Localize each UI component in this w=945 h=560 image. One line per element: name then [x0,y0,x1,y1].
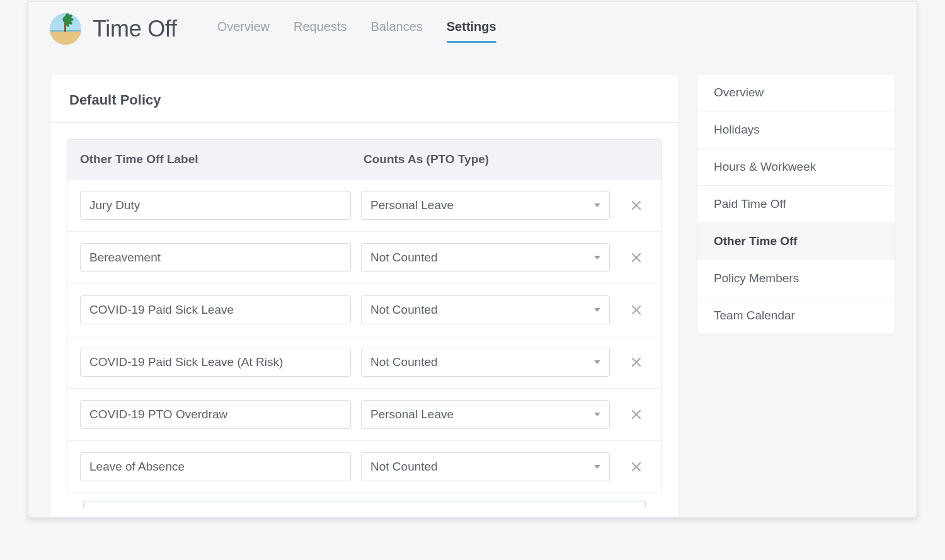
close-icon [631,461,642,472]
remove-row-button[interactable] [624,409,649,420]
sidebar-item-other-time-off[interactable]: Other Time Off [697,223,895,260]
sidebar-item-hours-workweek[interactable]: Hours & Workweek [697,149,895,186]
partial-next-row [83,501,646,507]
sidebar-item-policy-members[interactable]: Policy Members [697,260,895,297]
chevron-down-icon [594,413,600,416]
select-value: Not Counted [370,303,438,317]
app-frame: Time Off OverviewRequestsBalancesSetting… [28,1,917,518]
label-input[interactable] [80,400,351,429]
remove-row-button[interactable] [624,304,649,316]
close-icon [631,357,642,368]
close-icon [631,252,642,263]
label-input[interactable] [80,348,351,377]
settings-sidebar: OverviewHolidaysHours & WorkweekPaid Tim… [697,74,895,334]
counts-as-select[interactable]: Personal Leave [361,191,610,220]
tab-balances[interactable]: Balances [370,20,422,39]
main-card: Default Policy Other Time Off Label Coun… [50,74,679,518]
tab-settings[interactable]: Settings [447,20,496,39]
remove-row-button[interactable] [624,461,649,472]
label-input[interactable] [80,452,351,481]
counts-as-select[interactable]: Personal Leave [361,400,610,429]
select-value: Not Counted [370,251,438,265]
table-header: Other Time Off Label Counts As (PTO Type… [67,140,662,180]
counts-as-select[interactable]: Not Counted [361,295,610,324]
tab-requests[interactable]: Requests [294,20,347,39]
chevron-down-icon [594,308,600,312]
remove-row-button[interactable] [624,200,649,211]
select-value: Personal Leave [370,198,454,212]
table-body: Personal LeaveNot CountedNot CountedNot … [67,180,662,493]
top-tabs: OverviewRequestsBalancesSettings [217,20,496,39]
table-row: Personal Leave [67,389,662,441]
sidebar-item-overview[interactable]: Overview [697,74,895,111]
chevron-down-icon [594,256,600,260]
select-value: Not Counted [370,355,438,369]
label-input[interactable] [80,191,351,220]
page-title: Time Off [93,16,177,42]
counts-as-select[interactable]: Not Counted [361,348,610,377]
label-input[interactable] [80,243,351,272]
other-time-off-table: Other Time Off Label Counts As (PTO Type… [67,139,662,493]
table-row: Personal Leave [67,180,662,232]
chevron-down-icon [594,360,600,364]
header: Time Off OverviewRequestsBalancesSetting… [28,2,917,56]
sidebar-item-team-calendar[interactable]: Team Calendar [697,297,895,334]
tab-overview[interactable]: Overview [217,20,270,39]
select-value: Not Counted [370,460,438,474]
chevron-down-icon [594,203,600,207]
chevron-down-icon [594,465,600,469]
sidebar-item-paid-time-off[interactable]: Paid Time Off [697,186,895,223]
close-icon [631,409,642,420]
card-title: Default Policy [50,74,679,123]
table-row: Not Counted [67,441,662,493]
remove-row-button[interactable] [624,252,649,263]
counts-as-select[interactable]: Not Counted [361,243,610,272]
table-wrap: Other Time Off Label Counts As (PTO Type… [50,123,679,518]
close-icon [631,304,642,316]
select-value: Personal Leave [370,408,454,421]
sidebar-item-holidays[interactable]: Holidays [697,111,895,149]
label-input[interactable] [80,295,351,324]
col-header-label: Other Time Off Label [80,152,364,166]
content: Default Policy Other Time Off Label Coun… [28,56,917,518]
table-row: Not Counted [67,232,662,284]
table-row: Not Counted [67,284,662,336]
palm-tree-icon [50,13,81,45]
close-icon [631,200,642,211]
remove-row-button[interactable] [624,357,649,368]
counts-as-select[interactable]: Not Counted [361,452,610,481]
table-row: Not Counted [67,336,662,389]
col-header-type: Counts As (PTO Type) [364,152,611,166]
